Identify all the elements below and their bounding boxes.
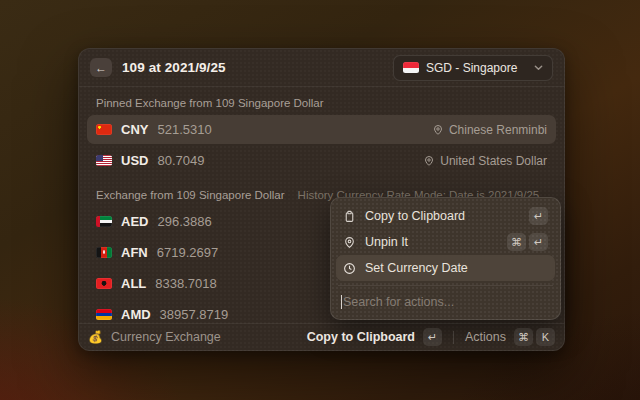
actions-panel: Copy to Clipboard ↵ Unpin It ⌘ ↵ Set Cur… <box>330 197 561 320</box>
armenia-flag-icon <box>96 309 112 320</box>
actions-shortcut-keys: ⌘ K <box>514 328 555 346</box>
pin-icon <box>423 155 435 167</box>
app-name: Currency Exchange <box>111 330 299 344</box>
pin-icon <box>432 124 444 136</box>
currency-code: CNY <box>121 122 148 137</box>
currency-code: AED <box>121 214 148 229</box>
footer: 💰 Currency Exchange Copy to Clipboard ↵ … <box>79 323 564 350</box>
header: ← 109 at 2021/9/25 SGD - Singapore <box>79 49 564 87</box>
united-states-flag-icon <box>96 155 112 166</box>
section-title: Exchange from 109 Singapore Dollar <box>96 189 285 201</box>
text-caret <box>341 295 342 309</box>
enter-key-badge: ↵ <box>529 207 548 225</box>
page-title: 109 at 2021/9/25 <box>122 60 226 75</box>
back-button[interactable]: ← <box>90 58 112 77</box>
row-accessory: United States Dollar <box>423 154 547 168</box>
actions-search[interactable] <box>336 290 555 314</box>
shortcut-keys: ⌘ ↵ <box>507 233 548 251</box>
raycast-window: ← 109 at 2021/9/25 SGD - Singapore Pinne… <box>78 48 565 351</box>
list-item-usd[interactable]: USD 80.7049 United States Dollar <box>87 146 556 175</box>
menu-item-label: Copy to Clipboard <box>365 209 520 223</box>
list-item-cny[interactable]: CNY 521.5310 Chinese Renminbi <box>87 115 556 144</box>
actions-search-input[interactable] <box>343 295 550 309</box>
back-arrow-icon: ← <box>95 61 107 75</box>
section-header-pinned: Pinned Exchange from 109 Singapore Dolla… <box>87 93 556 115</box>
footer-separator <box>453 331 454 344</box>
currency-name: Chinese Renminbi <box>449 123 547 137</box>
menu-item-set-currency-date[interactable]: Set Currency Date <box>336 255 555 281</box>
enter-key-badge: ↵ <box>529 233 548 251</box>
currency-value: 80.7049 <box>157 153 204 168</box>
k-key-badge: K <box>536 328 555 346</box>
currency-dropdown[interactable]: SGD - Singapore <box>393 55 553 81</box>
menu-divider <box>338 285 553 286</box>
actions-button[interactable]: Actions <box>465 330 506 344</box>
currency-code: USD <box>121 153 148 168</box>
command-key-badge: ⌘ <box>514 328 533 346</box>
clock-icon <box>343 262 356 275</box>
united-arab-emirates-flag-icon <box>96 216 112 227</box>
currency-value: 6719.2697 <box>157 245 218 260</box>
chevron-down-icon <box>534 63 543 72</box>
menu-item-label: Unpin It <box>365 235 498 249</box>
currency-value: 8338.7018 <box>155 276 216 291</box>
albania-flag-icon <box>96 278 112 289</box>
currency-value: 521.5310 <box>157 122 211 137</box>
footer-primary-action[interactable]: Copy to Clipboard <box>307 330 415 344</box>
menu-item-copy-to-clipboard[interactable]: Copy to Clipboard ↵ <box>336 203 555 229</box>
currency-exchange-app-icon: 💰 <box>88 331 103 343</box>
clipboard-icon <box>343 210 356 223</box>
command-key-badge: ⌘ <box>507 233 526 251</box>
pin-icon <box>343 236 356 249</box>
currency-value: 38957.8719 <box>160 307 229 322</box>
dropdown-selected-value: SGD - Singapore <box>426 61 527 75</box>
row-accessory: Chinese Renminbi <box>432 123 547 137</box>
menu-item-unpin-it[interactable]: Unpin It ⌘ ↵ <box>336 229 555 255</box>
section-title: Pinned Exchange from 109 Singapore Dolla… <box>96 97 324 109</box>
china-flag-icon <box>96 124 112 135</box>
singapore-flag-icon <box>403 62 419 73</box>
currency-code: ALL <box>121 276 146 291</box>
enter-key-badge: ↵ <box>423 328 442 346</box>
currency-code: AMD <box>121 307 151 322</box>
currency-code: AFN <box>121 245 148 260</box>
afghanistan-flag-icon <box>96 247 112 258</box>
currency-value: 296.3886 <box>157 214 211 229</box>
currency-name: United States Dollar <box>440 154 547 168</box>
menu-item-label: Set Currency Date <box>365 261 548 275</box>
